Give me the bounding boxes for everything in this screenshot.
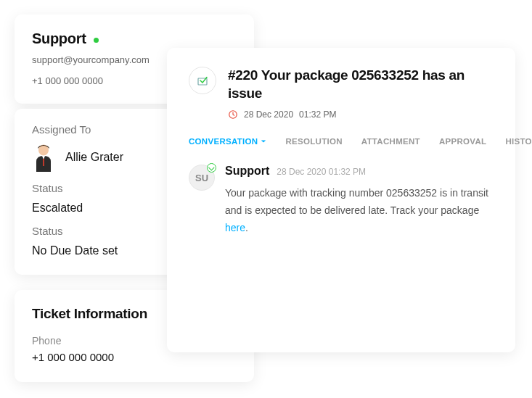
message-timestamp: 28 Dec 2020 01:32 PM (277, 167, 366, 177)
ticket-title: #220 Your package 025633252 has an issue (228, 67, 494, 102)
ticket-detail-panel: #220 Your package 025633252 has an issue… (167, 48, 515, 352)
avatar-initials: SU (195, 173, 208, 183)
tab-approval[interactable]: APPROVAL (439, 137, 486, 146)
phone-value: +1 000 000 0000 (32, 351, 237, 363)
conversation-entry: SU Support 28 Dec 2020 01:32 PM Your pac… (189, 165, 494, 236)
track-link[interactable]: here (225, 222, 245, 233)
tab-history[interactable]: HISTORY (505, 137, 532, 146)
support-title: Support (32, 30, 86, 46)
ticket-type-icon (189, 67, 216, 94)
tab-conversation[interactable]: CONVERSATION (189, 137, 266, 146)
tab-conversation-label: CONVERSATION (189, 137, 258, 146)
panel-header: #220 Your package 025633252 has an issue… (189, 67, 494, 120)
message-author: Support (225, 165, 269, 178)
assignee-avatar-icon (32, 143, 55, 172)
verified-badge-icon (207, 163, 216, 173)
message-avatar: SU (189, 165, 215, 191)
chevron-down-icon (261, 138, 266, 144)
message-body-text: Your package with tracking number 025633… (225, 187, 488, 216)
tab-resolution[interactable]: RESOLUTION (285, 137, 342, 146)
clock-icon (228, 109, 238, 120)
tab-attachment[interactable]: ATTACHMENT (361, 137, 420, 146)
tabs: CONVERSATION RESOLUTION ATTACHMENT APPRO… (189, 137, 494, 146)
online-indicator-icon (94, 38, 99, 43)
message-body: Your package with tracking number 025633… (225, 185, 494, 236)
svg-rect-1 (43, 159, 44, 166)
ticket-time: 01:32 PM (299, 109, 336, 120)
ticket-date: 28 Dec 2020 (244, 109, 293, 120)
message-body-after: . (245, 222, 248, 233)
assignee-name: Allie Grater (65, 151, 123, 164)
ticket-meta: 28 Dec 2020 01:32 PM (228, 109, 494, 120)
